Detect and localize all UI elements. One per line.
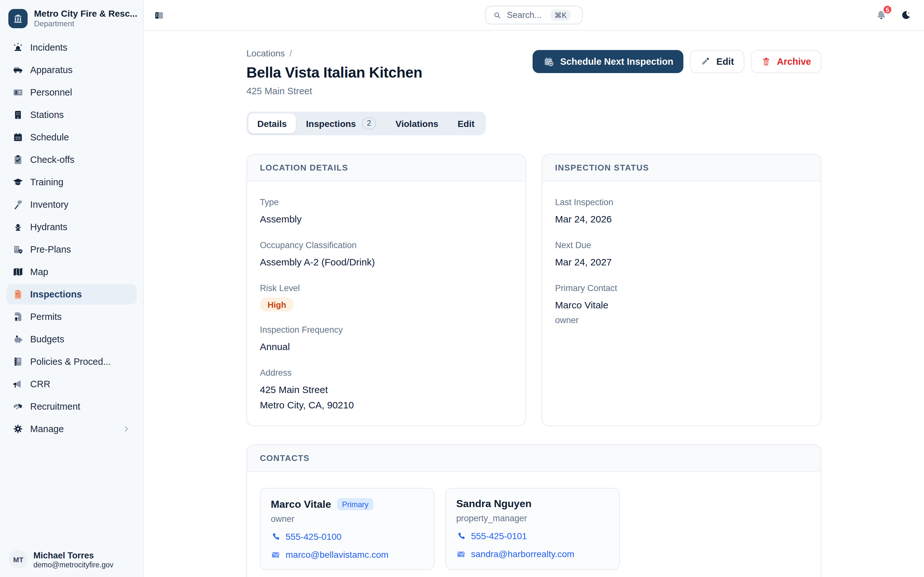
content-scroll[interactable]: Locations/ Bella Vista Italian Kitchen 4… (144, 31, 924, 577)
sidebar-item-label: Check-offs (30, 155, 74, 165)
sidebar-item-schedule[interactable]: Schedule (6, 127, 137, 147)
sidebar-item-recruitment[interactable]: Recruitment (6, 396, 137, 417)
inspections-count-badge: 2 (362, 117, 376, 129)
certificate-icon (12, 311, 24, 322)
org-subtitle: Department (34, 19, 137, 28)
sidebar-item-inventory[interactable]: Inventory (6, 194, 137, 215)
sidebar-item-personnel[interactable]: Personnel (6, 82, 137, 103)
id-card-icon (12, 87, 24, 98)
sidebar-item-label: Stations (30, 110, 64, 120)
sidebar-item-apparatus[interactable]: Apparatus (6, 60, 137, 80)
bank-building-icon (12, 13, 24, 24)
sidebar-item-label: Personnel (30, 87, 72, 97)
sidebar-nav: Incidents Apparatus Personnel Stations S… (0, 35, 143, 442)
card-title: CONTACTS (247, 445, 821, 472)
search-placeholder: Search... (507, 10, 541, 20)
calendar-icon (12, 131, 24, 143)
contact-phone-link[interactable]: 555-425-0101 (456, 531, 609, 541)
tab-bar: Details Inspections2 Violations Edit (246, 111, 485, 135)
org-name: Metro City Fire & Resc... (34, 8, 137, 19)
sidebar-item-pre-plans[interactable]: Pre-Plans (6, 239, 137, 259)
archive-button-label: Archive (777, 56, 811, 67)
graduation-cap-icon (12, 176, 24, 188)
field-last-inspection: Last Inspection Mar 24, 2026 (555, 197, 808, 227)
contact-phone-link[interactable]: 555-425-0100 (271, 532, 423, 542)
sidebar-item-map[interactable]: Map (6, 261, 137, 282)
sidebar-item-label: Training (30, 177, 63, 187)
handshake-icon (12, 401, 24, 412)
search-input[interactable]: Search... ⌘K (485, 6, 583, 24)
sidebar-item-label: Inventory (30, 199, 68, 210)
breadcrumb: Locations/ (246, 48, 422, 58)
contact-email-link[interactable]: sandra@harborrealty.com (456, 549, 609, 559)
gear-icon (12, 423, 24, 435)
page-title: Bella Vista Italian Kitchen (246, 64, 422, 81)
contact-card-marco: Marco Vitale Primary owner 555-425-0100 (260, 488, 435, 570)
edit-button[interactable]: Edit (690, 50, 744, 73)
field-occupancy-classification: Occupancy Classification Assembly A-2 (F… (260, 240, 513, 270)
main-area: Search... ⌘K 5 Locations/ (144, 0, 924, 577)
archive-button[interactable]: Archive (751, 50, 821, 73)
notification-badge: 5 (882, 5, 893, 15)
inspection-status-card: INSPECTION STATUS Last Inspection Mar 24… (541, 154, 821, 426)
field-risk-level: Risk Level High (260, 284, 513, 311)
sidebar-item-stations[interactable]: Stations (6, 105, 137, 125)
hydrant-icon (12, 221, 24, 233)
primary-contact-badge: Primary (337, 498, 374, 510)
sidebar-item-hydrants[interactable]: Hydrants (6, 217, 137, 237)
building-icon (12, 109, 24, 121)
tab-edit[interactable]: Edit (449, 113, 483, 133)
clipboard-check-icon (12, 154, 24, 165)
axe-icon (12, 199, 24, 210)
notifications-button[interactable]: 5 (875, 9, 887, 21)
sidebar-item-check-offs[interactable]: Check-offs (6, 149, 137, 170)
piggy-bank-icon (12, 334, 24, 345)
org-header[interactable]: Metro City Fire & Resc... Department (0, 0, 143, 35)
panel-left-icon[interactable] (154, 10, 164, 20)
schedule-button-label: Schedule Next Inspection (560, 56, 674, 67)
sidebar-item-inspections[interactable]: Inspections (6, 284, 137, 305)
phone-icon (456, 531, 466, 541)
user-menu[interactable]: MT Michael Torres demo@metrocityfire.gov (0, 542, 143, 577)
topbar: Search... ⌘K 5 (144, 0, 924, 31)
field-type: Type Assembly (260, 197, 513, 227)
moon-icon[interactable] (900, 10, 911, 21)
sidebar-item-policies[interactable]: Policies & Proced... (6, 351, 137, 372)
sidebar-item-label: Policies & Proced... (30, 356, 111, 367)
field-next-due: Next Due Mar 24, 2027 (555, 240, 808, 270)
sidebar-item-label: Pre-Plans (30, 244, 71, 255)
sidebar-item-label: Budgets (30, 334, 64, 344)
tab-details[interactable]: Details (248, 113, 296, 133)
sidebar-item-incidents[interactable]: Incidents (6, 37, 137, 58)
map-icon (12, 266, 24, 277)
page-subtitle: 425 Main Street (246, 86, 422, 96)
notebook-icon (12, 356, 24, 367)
megaphone-icon (12, 378, 24, 390)
tab-inspections[interactable]: Inspections2 (297, 113, 385, 133)
contact-email-link[interactable]: marco@bellavistamc.com (271, 550, 423, 560)
sidebar-item-permits[interactable]: Permits (6, 306, 137, 327)
field-primary-contact: Primary Contact Marco Vitale owner (555, 284, 808, 325)
sidebar-item-budgets[interactable]: Budgets (6, 329, 137, 350)
breadcrumb-separator: / (289, 48, 292, 58)
chevron-right-icon (122, 424, 131, 434)
org-logo (8, 9, 27, 28)
user-name: Michael Torres (33, 550, 113, 560)
search-shortcut: ⌘K (551, 10, 570, 21)
contact-role: owner (271, 514, 423, 524)
sidebar-item-crr[interactable]: CRR (6, 374, 137, 394)
fire-truck-icon (12, 64, 24, 76)
sidebar-item-manage[interactable]: Manage (6, 419, 137, 439)
trash-icon (761, 56, 771, 67)
app-window: Metro City Fire & Resc... Department Inc… (0, 0, 924, 577)
card-title: INSPECTION STATUS (542, 155, 821, 181)
sidebar-item-training[interactable]: Training (6, 172, 137, 192)
tab-violations[interactable]: Violations (387, 113, 447, 133)
location-details-card: LOCATION DETAILS Type Assembly Occupancy… (246, 154, 526, 426)
contact-card-sandra: Sandra Nguyen property_manager 555-425-0… (445, 488, 620, 570)
schedule-next-inspection-button[interactable]: Schedule Next Inspection (533, 50, 684, 73)
contact-role: property_manager (456, 514, 609, 523)
sidebar-item-label: Apparatus (30, 65, 73, 75)
mail-icon (456, 549, 466, 559)
breadcrumb-locations[interactable]: Locations (246, 48, 285, 58)
